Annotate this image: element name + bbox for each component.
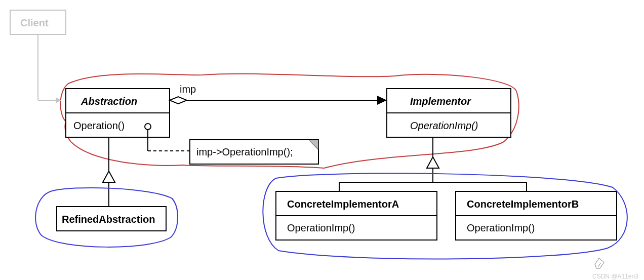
pen-nib-icon (595, 258, 604, 268)
concrete-b-method: OperationImp() (467, 222, 535, 233)
implementor-class: Implementor OperationImp() (387, 89, 511, 137)
note-text: imp->OperationImp(); (196, 146, 293, 157)
client-class: Client (10, 10, 66, 103)
refined-abstraction-class: RefinedAbstraction (57, 207, 166, 231)
imp-label: imp (180, 84, 196, 95)
abstraction-title: Abstraction (80, 96, 137, 107)
imp-association: imp (170, 84, 387, 105)
triangle-icon (103, 171, 115, 182)
uml-diagram: Client Abstraction Operation() imp Imple… (0, 0, 644, 280)
note-box: imp->OperationImp(); (190, 140, 318, 164)
concrete-a-title: ConcreteImplementorA (287, 198, 399, 210)
concrete-b-class: ConcreteImplementorB OperationImp() (456, 191, 617, 240)
implementor-title: Implementor (410, 96, 471, 107)
diamond-icon (170, 97, 187, 104)
abstraction-inheritance (103, 137, 115, 207)
watermark-text: CSDN @A11en3 (592, 273, 638, 280)
abstraction-class: Abstraction Operation() (66, 89, 190, 151)
refined-title: RefinedAbstraction (62, 214, 155, 225)
concrete-a-method: OperationImp() (287, 222, 355, 233)
triangle-icon (427, 157, 439, 168)
concrete-a-class: ConcreteImplementorA OperationImp() (276, 191, 437, 240)
svg-marker-24 (595, 258, 604, 268)
client-title: Client (20, 17, 49, 28)
concrete-b-title: ConcreteImplementorB (467, 198, 579, 210)
arrowhead-icon (377, 96, 387, 105)
implementor-inheritance (339, 137, 527, 191)
implementor-method: OperationImp() (410, 120, 478, 131)
abstraction-method: Operation() (73, 120, 125, 131)
